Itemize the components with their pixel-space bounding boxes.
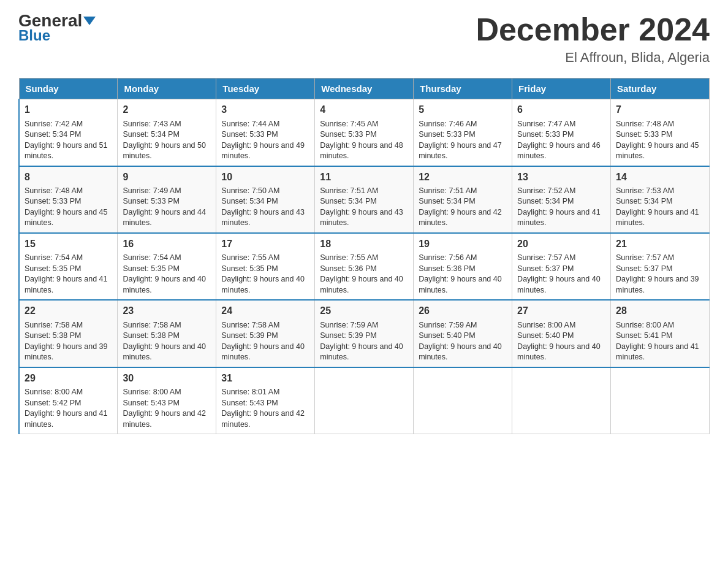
day-number: 21 <box>616 237 704 251</box>
header: General Blue December 2024 El Affroun, B… <box>18 12 710 66</box>
day-info: Sunrise: 7:47 AMSunset: 5:33 PMDaylight:… <box>517 119 605 162</box>
table-row <box>315 367 414 434</box>
day-number: 1 <box>25 103 112 117</box>
day-info: Sunrise: 7:57 AMSunset: 5:37 PMDaylight:… <box>517 253 605 296</box>
col-wednesday: Wednesday <box>315 79 414 99</box>
day-info: Sunrise: 7:49 AMSunset: 5:33 PMDaylight:… <box>123 186 211 229</box>
day-info: Sunrise: 7:58 AMSunset: 5:38 PMDaylight:… <box>25 320 112 363</box>
day-number: 29 <box>25 372 112 385</box>
day-info: Sunrise: 7:52 AMSunset: 5:34 PMDaylight:… <box>517 186 605 229</box>
day-number: 26 <box>419 304 507 318</box>
table-row <box>414 367 512 434</box>
table-row: 23Sunrise: 7:58 AMSunset: 5:38 PMDayligh… <box>118 300 216 367</box>
day-number: 20 <box>517 237 605 251</box>
day-number: 22 <box>25 304 112 318</box>
day-number: 24 <box>221 304 309 318</box>
day-number: 6 <box>517 103 605 117</box>
day-number: 13 <box>517 170 605 184</box>
day-number: 3 <box>221 103 309 117</box>
day-number: 10 <box>221 170 309 184</box>
day-number: 28 <box>616 304 704 318</box>
table-row: 7Sunrise: 7:48 AMSunset: 5:33 PMDaylight… <box>611 99 710 166</box>
day-number: 5 <box>419 103 507 117</box>
day-info: Sunrise: 7:53 AMSunset: 5:34 PMDaylight:… <box>616 186 704 229</box>
day-info: Sunrise: 7:58 AMSunset: 5:39 PMDaylight:… <box>221 320 309 363</box>
table-row: 11Sunrise: 7:51 AMSunset: 5:34 PMDayligh… <box>315 166 414 233</box>
day-number: 8 <box>25 170 112 184</box>
day-number: 19 <box>419 237 507 251</box>
day-info: Sunrise: 8:00 AMSunset: 5:43 PMDaylight:… <box>123 387 211 430</box>
day-info: Sunrise: 7:54 AMSunset: 5:35 PMDaylight:… <box>25 253 112 296</box>
table-row: 8Sunrise: 7:48 AMSunset: 5:33 PMDaylight… <box>19 166 118 233</box>
table-row: 21Sunrise: 7:57 AMSunset: 5:37 PMDayligh… <box>611 233 710 300</box>
table-row: 4Sunrise: 7:45 AMSunset: 5:33 PMDaylight… <box>315 99 414 166</box>
logo: General Blue <box>18 12 96 44</box>
day-number: 12 <box>419 170 507 184</box>
day-number: 30 <box>123 372 211 385</box>
table-row: 9Sunrise: 7:49 AMSunset: 5:33 PMDaylight… <box>118 166 216 233</box>
subtitle: El Affroun, Blida, Algeria <box>476 50 710 66</box>
day-info: Sunrise: 7:50 AMSunset: 5:34 PMDaylight:… <box>221 186 309 229</box>
day-number: 27 <box>517 304 605 318</box>
table-row <box>611 367 710 434</box>
calendar-week-row: 22Sunrise: 7:58 AMSunset: 5:38 PMDayligh… <box>19 300 710 367</box>
day-info: Sunrise: 7:59 AMSunset: 5:40 PMDaylight:… <box>419 320 507 363</box>
day-info: Sunrise: 7:58 AMSunset: 5:38 PMDaylight:… <box>123 320 211 363</box>
day-info: Sunrise: 7:51 AMSunset: 5:34 PMDaylight:… <box>320 186 408 229</box>
day-number: 23 <box>123 304 211 318</box>
day-number: 4 <box>320 103 408 117</box>
table-row: 30Sunrise: 8:00 AMSunset: 5:43 PMDayligh… <box>118 367 216 434</box>
table-row: 1Sunrise: 7:42 AMSunset: 5:34 PMDaylight… <box>19 99 118 166</box>
col-friday: Friday <box>512 79 611 99</box>
calendar-week-row: 29Sunrise: 8:00 AMSunset: 5:42 PMDayligh… <box>19 367 710 434</box>
logo-arrow-icon <box>83 17 96 25</box>
table-row: 25Sunrise: 7:59 AMSunset: 5:39 PMDayligh… <box>315 300 414 367</box>
day-info: Sunrise: 7:57 AMSunset: 5:37 PMDaylight:… <box>616 253 704 296</box>
day-info: Sunrise: 7:59 AMSunset: 5:39 PMDaylight:… <box>320 320 408 363</box>
table-row: 27Sunrise: 8:00 AMSunset: 5:40 PMDayligh… <box>512 300 611 367</box>
day-info: Sunrise: 8:00 AMSunset: 5:42 PMDaylight:… <box>25 387 112 430</box>
table-row: 18Sunrise: 7:55 AMSunset: 5:36 PMDayligh… <box>315 233 414 300</box>
table-row: 15Sunrise: 7:54 AMSunset: 5:35 PMDayligh… <box>19 233 118 300</box>
calendar-week-row: 8Sunrise: 7:48 AMSunset: 5:33 PMDaylight… <box>19 166 710 233</box>
day-number: 25 <box>320 304 408 318</box>
table-row: 3Sunrise: 7:44 AMSunset: 5:33 PMDaylight… <box>216 99 315 166</box>
day-info: Sunrise: 7:48 AMSunset: 5:33 PMDaylight:… <box>616 119 704 162</box>
day-info: Sunrise: 7:54 AMSunset: 5:35 PMDaylight:… <box>123 253 211 296</box>
day-info: Sunrise: 7:55 AMSunset: 5:35 PMDaylight:… <box>221 253 309 296</box>
col-monday: Monday <box>118 79 216 99</box>
table-row: 2Sunrise: 7:43 AMSunset: 5:34 PMDaylight… <box>118 99 216 166</box>
day-info: Sunrise: 7:42 AMSunset: 5:34 PMDaylight:… <box>25 119 112 162</box>
day-info: Sunrise: 7:46 AMSunset: 5:33 PMDaylight:… <box>419 119 507 162</box>
day-number: 15 <box>25 237 112 251</box>
logo-text-blue: Blue <box>18 27 50 44</box>
table-row: 16Sunrise: 7:54 AMSunset: 5:35 PMDayligh… <box>118 233 216 300</box>
day-number: 14 <box>616 170 704 184</box>
table-row: 26Sunrise: 7:59 AMSunset: 5:40 PMDayligh… <box>414 300 512 367</box>
calendar-table: Sunday Monday Tuesday Wednesday Thursday… <box>18 78 710 434</box>
table-row: 20Sunrise: 7:57 AMSunset: 5:37 PMDayligh… <box>512 233 611 300</box>
table-row: 31Sunrise: 8:01 AMSunset: 5:43 PMDayligh… <box>216 367 315 434</box>
day-number: 17 <box>221 237 309 251</box>
col-sunday: Sunday <box>19 79 118 99</box>
day-number: 18 <box>320 237 408 251</box>
table-row: 19Sunrise: 7:56 AMSunset: 5:36 PMDayligh… <box>414 233 512 300</box>
table-row: 12Sunrise: 7:51 AMSunset: 5:34 PMDayligh… <box>414 166 512 233</box>
day-number: 9 <box>123 170 211 184</box>
table-row: 14Sunrise: 7:53 AMSunset: 5:34 PMDayligh… <box>611 166 710 233</box>
col-saturday: Saturday <box>611 79 710 99</box>
table-row: 24Sunrise: 7:58 AMSunset: 5:39 PMDayligh… <box>216 300 315 367</box>
table-row: 17Sunrise: 7:55 AMSunset: 5:35 PMDayligh… <box>216 233 315 300</box>
day-info: Sunrise: 8:00 AMSunset: 5:41 PMDaylight:… <box>616 320 704 363</box>
day-number: 2 <box>123 103 211 117</box>
day-number: 16 <box>123 237 211 251</box>
title-area: December 2024 El Affroun, Blida, Algeria <box>476 12 710 66</box>
day-number: 31 <box>221 372 309 385</box>
calendar-header-row: Sunday Monday Tuesday Wednesday Thursday… <box>19 79 710 99</box>
day-info: Sunrise: 7:43 AMSunset: 5:34 PMDaylight:… <box>123 119 211 162</box>
calendar-week-row: 1Sunrise: 7:42 AMSunset: 5:34 PMDaylight… <box>19 99 710 166</box>
day-info: Sunrise: 7:44 AMSunset: 5:33 PMDaylight:… <box>221 119 309 162</box>
table-row <box>512 367 611 434</box>
table-row: 28Sunrise: 8:00 AMSunset: 5:41 PMDayligh… <box>611 300 710 367</box>
day-number: 11 <box>320 170 408 184</box>
